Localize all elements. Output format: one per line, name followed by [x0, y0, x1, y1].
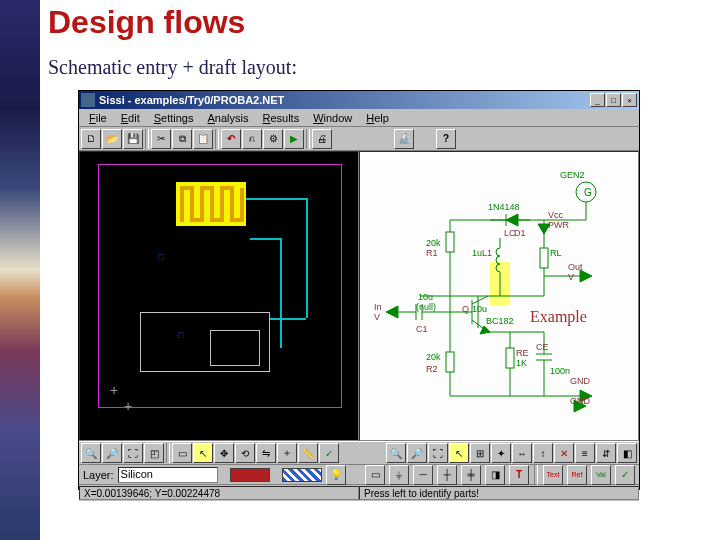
check-icon[interactable]: ✓	[615, 465, 635, 485]
cut-icon[interactable]: ✂	[151, 129, 171, 149]
zoom-in-icon[interactable]: 🔍	[81, 443, 101, 463]
layout-wire	[306, 198, 308, 318]
zoom-in-icon[interactable]: 🔍	[386, 443, 406, 463]
menu-results[interactable]: Results	[256, 111, 305, 125]
layer-select[interactable]: Silicon	[118, 467, 218, 483]
menu-edit[interactable]: Edit	[115, 111, 146, 125]
schematic-view[interactable]: G	[359, 151, 639, 441]
refdes-icon[interactable]: Ref	[567, 465, 587, 485]
check-icon[interactable]: ✓	[319, 443, 339, 463]
separator	[215, 129, 219, 149]
svg-rect-16	[540, 248, 548, 268]
svg-text:G: G	[584, 187, 592, 198]
minimize-button[interactable]: _	[590, 93, 605, 107]
save-icon[interactable]: 💾	[123, 129, 143, 149]
zoom-out-icon[interactable]: 🔎	[102, 443, 122, 463]
measure-icon[interactable]: 📏	[298, 443, 318, 463]
layout-wire	[246, 198, 306, 200]
svg-rect-38	[506, 348, 514, 368]
label-10u: 10u	[418, 292, 433, 302]
label-gen2: GEN2	[560, 170, 585, 180]
label-1k: 1K	[516, 358, 527, 368]
undo-icon[interactable]: ↶	[221, 129, 241, 149]
label-l1v: 1u	[472, 248, 482, 258]
grid-icon[interactable]: ⊞	[470, 443, 490, 463]
meander-inductor	[176, 182, 256, 242]
pointer-icon[interactable]: ↖	[449, 443, 469, 463]
layer-row: Layer: Silicon 💡 ▭ ⏚ ─ ┼ ╪ ◨ T Text Ref …	[79, 465, 639, 485]
flip-h-icon[interactable]: ↔	[512, 443, 532, 463]
menu-window[interactable]: Window	[307, 111, 358, 125]
label-out: Out	[568, 262, 583, 272]
label-v: V	[568, 272, 574, 282]
paste-icon[interactable]: 📋	[193, 129, 213, 149]
print-icon[interactable]: 🖨	[312, 129, 332, 149]
separator	[166, 443, 170, 463]
redo-icon[interactable]: ⎌	[242, 129, 262, 149]
snap-icon[interactable]: ✦	[491, 443, 511, 463]
rotate-icon[interactable]: ⟲	[235, 443, 255, 463]
resistor-icon[interactable]: ▭	[365, 465, 385, 485]
titlebar[interactable]: Sissi - examples/Try0/PROBA2.NET _ □ ×	[79, 91, 639, 109]
zoom-out-icon[interactable]: 🔎	[407, 443, 427, 463]
net-icon[interactable]: ╪	[461, 465, 481, 485]
toolbar-zoom: 🔍 🔎 ⛶ ◰ ▭ ↖ ✥ ⟲ ⇋ ＋ 📏 ✓ 🔍 🔎 ⛶ ↖ ⊞ ✦ ↔ ↕ …	[79, 441, 639, 465]
textblock-icon[interactable]: Text	[543, 465, 563, 485]
label-r2v: 20k	[426, 352, 441, 362]
label-ce: CE	[536, 342, 549, 352]
copy-icon[interactable]: ⧉	[172, 129, 192, 149]
zoom-fit-icon[interactable]: ⛶	[428, 443, 448, 463]
layout-annot: □	[178, 330, 183, 340]
distribute-icon[interactable]: ⇵	[596, 443, 616, 463]
junction-icon[interactable]: ┼	[437, 465, 457, 485]
menu-help[interactable]: Help	[360, 111, 395, 125]
move-icon[interactable]: ✥	[214, 443, 234, 463]
menu-settings[interactable]: Settings	[148, 111, 200, 125]
place-icon[interactable]: ◧	[617, 443, 637, 463]
layout-wire	[270, 318, 306, 320]
text-icon[interactable]: T	[509, 465, 529, 485]
swatch-red[interactable]	[230, 468, 270, 482]
label-r2: R2	[426, 364, 438, 374]
label-lc: LC	[504, 228, 516, 238]
workspace: + + □ □ G	[79, 151, 639, 441]
label-pwr: PWR	[548, 220, 569, 230]
bulb-icon[interactable]: 💡	[326, 465, 346, 485]
microscope-icon[interactable]: 🔬	[394, 129, 414, 149]
align-icon[interactable]: ≡	[575, 443, 595, 463]
help-icon[interactable]: ?	[436, 129, 456, 149]
label-re: RE	[516, 348, 529, 358]
add-icon[interactable]: ＋	[277, 443, 297, 463]
wire-icon[interactable]: ─	[413, 465, 433, 485]
close-button[interactable]: ×	[622, 93, 637, 107]
delete-icon[interactable]: ✕	[554, 443, 574, 463]
open-icon[interactable]: 📂	[102, 129, 122, 149]
slide-subheading: Schematic entry + draft layout:	[48, 56, 297, 79]
layout-wire	[280, 238, 282, 348]
menu-file[interactable]: File	[83, 111, 113, 125]
value-icon[interactable]: Val	[591, 465, 611, 485]
cursor-mark: +	[124, 398, 132, 414]
app-icon	[81, 93, 95, 107]
maximize-button[interactable]: □	[606, 93, 621, 107]
label-in: In	[374, 302, 382, 312]
menu-analysis[interactable]: Analysis	[201, 111, 254, 125]
mirror-icon[interactable]: ⇋	[256, 443, 276, 463]
toolbar-main: 🗋 📂 💾 ✂ ⧉ 📋 ↶ ⎌ ⚙ ▶ 🖨 🔬 ?	[79, 127, 639, 151]
pointer-icon[interactable]: ↖	[193, 443, 213, 463]
run-icon[interactable]: ▶	[284, 129, 304, 149]
zoom-window-icon[interactable]: ◰	[144, 443, 164, 463]
slide-accent-sidebar	[0, 0, 40, 540]
layout-wire	[250, 238, 280, 240]
flip-v-icon[interactable]: ↕	[533, 443, 553, 463]
menubar: File Edit Settings Analysis Results Wind…	[79, 109, 639, 127]
select-icon[interactable]: ▭	[172, 443, 192, 463]
layout-view[interactable]: + + □ □	[79, 151, 359, 441]
new-icon[interactable]: 🗋	[81, 129, 101, 149]
port-icon[interactable]: ◨	[485, 465, 505, 485]
swatch-hatch[interactable]	[282, 468, 322, 482]
zoom-fit-icon[interactable]: ⛶	[123, 443, 143, 463]
tool-icon[interactable]: ⚙	[263, 129, 283, 149]
ground-icon[interactable]: ⏚	[389, 465, 409, 485]
slide-heading: Design flows	[48, 4, 245, 41]
